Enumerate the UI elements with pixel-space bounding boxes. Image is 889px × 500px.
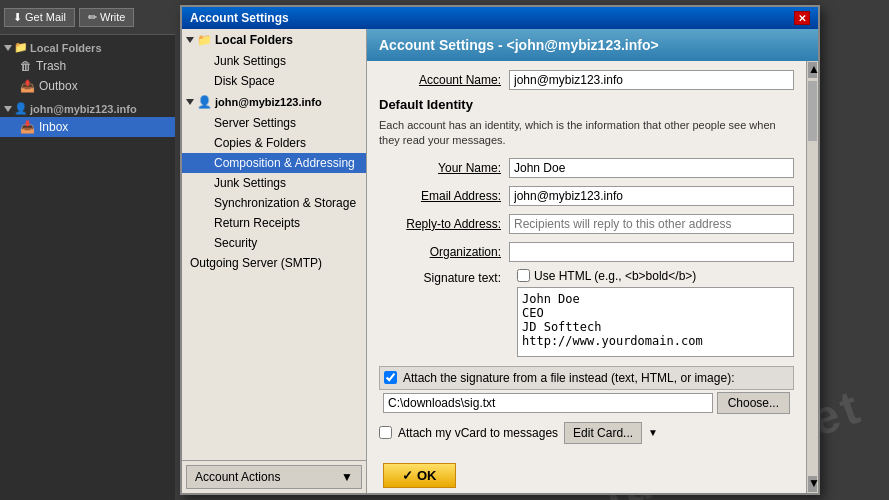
- edit-card-button[interactable]: Edit Card...: [564, 422, 642, 444]
- write-icon: ✏: [88, 11, 97, 24]
- scroll-thumb[interactable]: [808, 81, 817, 141]
- folder-tree: 📁 Local Folders 🗑 Trash 📤 Outbox 👤 john@…: [0, 35, 175, 141]
- dialog-titlebar: Account Settings ✕: [182, 7, 818, 29]
- nav-return-receipts[interactable]: Return Receipts: [182, 213, 366, 233]
- ok-icon: ✓: [402, 468, 413, 483]
- scroll-up[interactable]: ▲: [808, 62, 817, 78]
- ok-button[interactable]: ✓ OK: [383, 463, 456, 488]
- attach-sig-checkbox[interactable]: [384, 371, 397, 384]
- account-actions-button[interactable]: Account Actions ▼: [186, 465, 362, 489]
- vcard-label: Attach my vCard to messages: [398, 426, 558, 440]
- org-input[interactable]: [509, 242, 794, 262]
- your-name-row: Your Name:: [379, 157, 794, 179]
- tree-outbox[interactable]: 📤 Outbox: [0, 76, 175, 96]
- org-label: Organization:: [379, 245, 509, 259]
- default-identity-title: Default Identity: [379, 97, 794, 112]
- nav-security[interactable]: Security: [182, 233, 366, 253]
- expand-account-icon: [4, 106, 12, 112]
- reply-to-label: Reply-to Address:: [379, 217, 509, 231]
- dropdown-arrow: ▼: [341, 470, 353, 484]
- use-html-checkbox[interactable]: [517, 269, 530, 282]
- settings-nav: 📁 Local Folders Junk Settings Disk Space…: [182, 29, 367, 493]
- content-header: Account Settings - <john@mybiz123.info>: [367, 29, 818, 61]
- attach-sig-label: Attach the signature from a file instead…: [403, 371, 734, 385]
- close-button[interactable]: ✕: [794, 11, 810, 25]
- folder-nav-icon: 📁: [197, 33, 212, 47]
- main-content: Account Settings - <john@mybiz123.info> …: [367, 29, 818, 493]
- email-input[interactable]: [509, 186, 794, 206]
- vcard-checkbox[interactable]: [379, 426, 392, 439]
- attach-sig-row: Attach the signature from a file instead…: [379, 366, 794, 390]
- app-sidebar: ⬇ Get Mail ✏ Write 📁 Local Folders 🗑 Tra…: [0, 0, 175, 500]
- ok-label: OK: [417, 468, 437, 483]
- email-row: Email Address:: [379, 185, 794, 207]
- app-toolbar: ⬇ Get Mail ✏ Write: [0, 0, 175, 35]
- local-folders-section[interactable]: 📁 Local Folders: [0, 39, 175, 56]
- write-button[interactable]: ✏ Write: [79, 8, 134, 27]
- nav-composition-addressing[interactable]: Composition & Addressing: [182, 153, 366, 173]
- account-name-row: Account Name:: [379, 69, 794, 91]
- dialog-body: 📁 Local Folders Junk Settings Disk Space…: [182, 29, 818, 493]
- use-html-row: Use HTML (e.g., <b>bold</b>): [517, 269, 794, 283]
- content-body: Account Name: Default Identity Each acco…: [367, 61, 806, 493]
- email-label: Email Address:: [379, 189, 509, 203]
- nav-sync-storage[interactable]: Synchronization & Storage: [182, 193, 366, 213]
- account-section[interactable]: 👤 john@mybiz123.info: [0, 100, 175, 117]
- scrollbar[interactable]: ▲ ▼: [806, 61, 818, 493]
- account-nav-section[interactable]: 👤 john@mybiz123.info: [182, 91, 366, 113]
- reply-to-row: Reply-to Address:: [379, 213, 794, 235]
- get-mail-button[interactable]: ⬇ Get Mail: [4, 8, 75, 27]
- your-name-label: Your Name:: [379, 161, 509, 175]
- nav-junk-settings-local[interactable]: Junk Settings: [182, 51, 366, 71]
- default-identity-desc: Each account has an identity, which is t…: [379, 118, 794, 149]
- scroll-track: [807, 79, 818, 475]
- tree-trash[interactable]: 🗑 Trash: [0, 56, 175, 76]
- dialog-title: Account Settings: [190, 11, 289, 25]
- account-icon: 👤: [14, 102, 28, 115]
- account-actions-label: Account Actions: [195, 470, 280, 484]
- expand-icon: [4, 45, 12, 51]
- sidebar-bottom: Account Actions ▼: [182, 460, 366, 493]
- dropdown-caret: ▼: [648, 427, 658, 438]
- account-expand-icon: [186, 99, 194, 105]
- local-folders-nav-section[interactable]: 📁 Local Folders: [182, 29, 366, 51]
- account-settings-dialog: Account Settings ✕ 📁 Local Folders Junk …: [180, 5, 820, 495]
- scroll-down[interactable]: ▼: [808, 476, 817, 492]
- account-nav-icon: 👤: [197, 95, 212, 109]
- outbox-icon: 📤: [20, 79, 35, 93]
- trash-icon: 🗑: [20, 59, 32, 73]
- nav-outgoing-smtp[interactable]: Outgoing Server (SMTP): [182, 253, 366, 273]
- account-name-input[interactable]: [509, 70, 794, 90]
- signature-textarea[interactable]: John Doe CEO JD Softtech http://www.your…: [517, 287, 794, 357]
- get-mail-icon: ⬇: [13, 11, 22, 24]
- inbox-icon: 📥: [20, 120, 35, 134]
- reply-to-input[interactable]: [509, 214, 794, 234]
- your-name-input[interactable]: [509, 158, 794, 178]
- nav-server-settings[interactable]: Server Settings: [182, 113, 366, 133]
- nav-disk-space[interactable]: Disk Space: [182, 71, 366, 91]
- sig-label: Signature text:: [379, 269, 509, 285]
- tree-inbox[interactable]: 📥 Inbox: [0, 117, 175, 137]
- nav-junk-settings[interactable]: Junk Settings: [182, 173, 366, 193]
- account-name-label: Account Name:: [379, 73, 509, 87]
- local-folders-icon: 📁: [14, 41, 28, 54]
- nav-copies-folders[interactable]: Copies & Folders: [182, 133, 366, 153]
- section-expand-icon: [186, 37, 194, 43]
- attach-path-input[interactable]: [383, 393, 713, 413]
- choose-button[interactable]: Choose...: [717, 392, 790, 414]
- content-header-title: Account Settings - <john@mybiz123.info>: [379, 37, 659, 53]
- sig-right: Use HTML (e.g., <b>bold</b>) John Doe CE…: [517, 269, 794, 360]
- use-html-label: Use HTML (e.g., <b>bold</b>): [534, 269, 696, 283]
- signature-area: Signature text: Use HTML (e.g., <b>bold<…: [379, 269, 794, 360]
- vcard-row: Attach my vCard to messages Edit Card...…: [379, 422, 794, 444]
- org-row: Organization:: [379, 241, 794, 263]
